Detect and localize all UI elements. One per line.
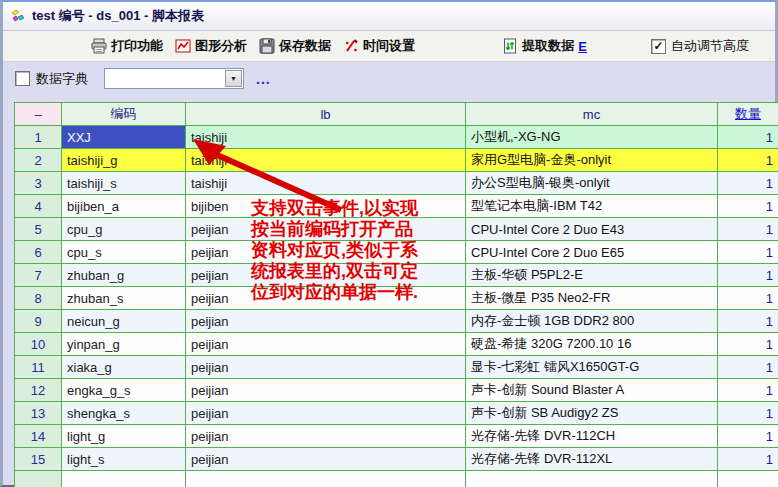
cell-num[interactable]: 15	[15, 448, 62, 471]
annotation-line: 位到对应的单据一样.	[251, 282, 418, 303]
cell-code[interactable]: xiaka_g	[62, 356, 186, 379]
cell-mc[interactable]: 小型机,-XG-NG	[466, 126, 718, 149]
cell-lb[interactable]: peijian	[186, 448, 466, 471]
cell-code[interactable]: light_s	[62, 448, 186, 471]
cell-lb[interactable]: peijian	[186, 356, 466, 379]
cell-mc[interactable]: 型笔记本电脑-IBM T42	[466, 195, 718, 218]
cell-code[interactable]: taishiji_g	[62, 149, 186, 172]
cell-code[interactable]: engka_g_s	[62, 379, 186, 402]
checkmark-icon: ✓	[653, 41, 663, 51]
cell-mc[interactable]: 光存储-先锋 DVR-112CH	[466, 425, 718, 448]
cell-qty[interactable]: 1	[718, 287, 778, 310]
cell-code[interactable]: cpu_g	[62, 218, 186, 241]
print-button[interactable]: 打印功能	[91, 37, 163, 55]
cell-code[interactable]: XXJ	[62, 126, 186, 149]
cell-code[interactable]: cpu_s	[62, 241, 186, 264]
data-dict-combobox[interactable]: ▼	[104, 68, 244, 89]
header-mc[interactable]: mc	[466, 103, 718, 126]
cell-mc[interactable]: 光存储-先锋 DVR-112XL	[466, 448, 718, 471]
cell-mc[interactable]: 显卡-七彩虹 镭风X1650GT-G	[466, 356, 718, 379]
cell-mc[interactable]: CPU-Intel Core 2 Duo E43	[466, 218, 718, 241]
header-qty[interactable]: 数量	[718, 103, 778, 126]
filter-bar: ✓ 数据字典 ▼ ...	[3, 62, 775, 95]
cell-code[interactable]: bijiben_a	[62, 195, 186, 218]
cell-mc[interactable]: 硬盘-希捷 320G 7200.10 16	[466, 333, 718, 356]
cell-mc[interactable]: 家用G型电脑-金奥-onlyit	[466, 149, 718, 172]
cell-code[interactable]: shengka_s	[62, 402, 186, 425]
cell-qty[interactable]: 1	[718, 356, 778, 379]
cell-code[interactable]: yinpan_g	[62, 333, 186, 356]
cell-num[interactable]: 1	[15, 126, 62, 149]
cell-mc[interactable]: 声卡-创新 SB Audigy2 ZS	[466, 402, 718, 425]
cell-qty[interactable]: 1	[718, 333, 778, 356]
cell-num[interactable]: 4	[15, 195, 62, 218]
more-button[interactable]: ...	[256, 71, 271, 87]
cell-qty[interactable]: 1	[718, 149, 778, 172]
cell-mc[interactable]	[466, 471, 718, 487]
cell-lb[interactable]: peijian	[186, 379, 466, 402]
cell-qty[interactable]: 1	[718, 264, 778, 287]
header-code[interactable]: 编码	[62, 103, 186, 126]
cell-lb[interactable]: taishiji	[186, 149, 466, 172]
extract-data-button[interactable]: 提取数据E	[502, 37, 587, 55]
cell-code[interactable]: zhuban_s	[62, 287, 186, 310]
cell-num[interactable]: 3	[15, 172, 62, 195]
time-settings-button[interactable]: 时间设置	[343, 37, 415, 55]
cell-qty[interactable]: 1	[718, 218, 778, 241]
annotation-text: 支持双击事件,以实现 按当前编码打开产品 资料对应页,类似于系 统报表里的,双击…	[251, 198, 418, 303]
app-window: test 编号 - ds_001 - 脚本报表 打印功能	[0, 0, 778, 487]
cell-mc[interactable]: 声卡-创新 Sound Blaster A	[466, 379, 718, 402]
cell-qty[interactable]: 1	[718, 379, 778, 402]
cell-lb[interactable]: peijian	[186, 333, 466, 356]
table-row: 11xiaka_gpeijian显卡-七彩虹 镭风X1650GT-G1	[15, 356, 778, 379]
cell-mc[interactable]: 办公S型电脑-银奥-onlyit	[466, 172, 718, 195]
cell-lb[interactable]	[186, 471, 466, 487]
cell-code[interactable]: light_g	[62, 425, 186, 448]
cell-qty[interactable]: 1	[718, 195, 778, 218]
header-row-number[interactable]: –	[15, 103, 62, 126]
cell-lb[interactable]: peijian	[186, 425, 466, 448]
chevron-down-icon[interactable]: ▼	[225, 70, 242, 87]
cell-qty[interactable]: 1	[718, 241, 778, 264]
header-lb[interactable]: lb	[186, 103, 466, 126]
cell-qty[interactable]: 1	[718, 310, 778, 333]
cell-mc[interactable]: 内存-金士顿 1GB DDR2 800	[466, 310, 718, 333]
cell-num[interactable]: 13	[15, 402, 62, 425]
time-settings-icon	[343, 38, 359, 54]
cell-num[interactable]: 8	[15, 287, 62, 310]
cell-num[interactable]: 12	[15, 379, 62, 402]
extract-data-accel: E	[578, 39, 587, 54]
cell-num[interactable]: 5	[15, 218, 62, 241]
cell-num[interactable]: 10	[15, 333, 62, 356]
cell-num[interactable]: 2	[15, 149, 62, 172]
chart-analysis-button[interactable]: 图形分析	[175, 37, 247, 55]
save-data-button[interactable]: 保存数据	[259, 37, 331, 55]
print-label: 打印功能	[111, 37, 163, 55]
data-dict-checkbox[interactable]: ✓	[15, 71, 30, 86]
cell-code[interactable]: zhuban_g	[62, 264, 186, 287]
extract-data-label: 提取数据	[522, 37, 574, 55]
cell-num[interactable]: 6	[15, 241, 62, 264]
cell-qty[interactable]: 1	[718, 172, 778, 195]
cell-lb[interactable]: peijian	[186, 310, 466, 333]
cell-num[interactable]: 14	[15, 425, 62, 448]
cell-qty[interactable]: 1	[718, 402, 778, 425]
cell-lb[interactable]: taishiji	[186, 126, 466, 149]
cell-num[interactable]: 11	[15, 356, 62, 379]
cell-lb[interactable]: peijian	[186, 402, 466, 425]
cell-mc[interactable]: 主板-微星 P35 Neo2-FR	[466, 287, 718, 310]
cell-num[interactable]	[15, 471, 62, 487]
cell-code[interactable]	[62, 471, 186, 487]
cell-mc[interactable]: CPU-Intel Core 2 Duo E65	[466, 241, 718, 264]
cell-num[interactable]: 7	[15, 264, 62, 287]
cell-qty[interactable]: 1	[718, 425, 778, 448]
cell-mc[interactable]: 主板-华硕 P5PL2-E	[466, 264, 718, 287]
cell-qty[interactable]	[718, 471, 778, 487]
cell-code[interactable]: taishiji_s	[62, 172, 186, 195]
auto-height-checkbox[interactable]: ✓	[651, 39, 666, 54]
cell-qty[interactable]: 1	[718, 126, 778, 149]
cell-num[interactable]: 9	[15, 310, 62, 333]
cell-qty[interactable]: 1	[718, 448, 778, 471]
cell-lb[interactable]: taishiji	[186, 172, 466, 195]
cell-code[interactable]: neicun_g	[62, 310, 186, 333]
